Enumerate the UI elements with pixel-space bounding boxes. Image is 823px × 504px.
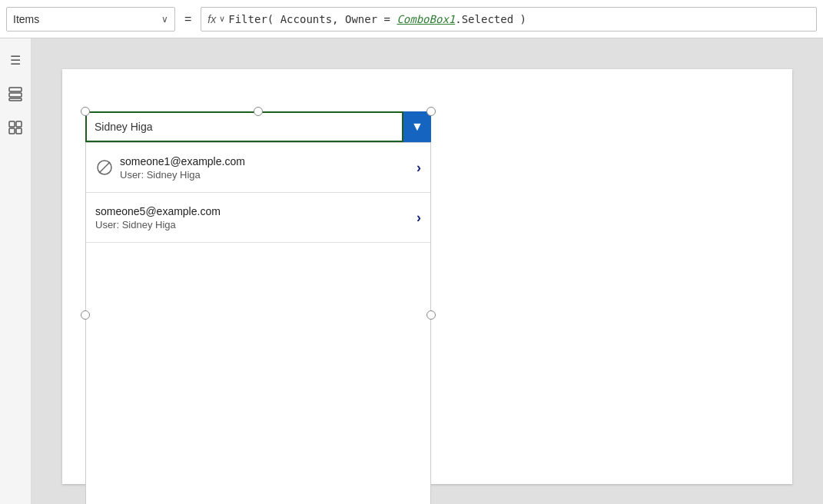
list-item-1-subtitle: User: Sidney Higa — [120, 169, 416, 181]
list-container: someone1@example.com User: Sidney Higa ›… — [85, 142, 431, 504]
formula-bar: fx ∨ Filter( Accounts, Owner = ComboBox1… — [201, 7, 817, 32]
svg-line-8 — [99, 162, 110, 173]
equals-sign: = — [181, 12, 194, 26]
combobox-dropdown-icon: ▼ — [411, 120, 423, 134]
formula-prefix: Filter( — [228, 13, 274, 25]
formula-highlight: ComboBox1 — [397, 13, 455, 25]
sidebar-hamburger-icon[interactable]: ☰ — [6, 51, 25, 69]
list-item-blocked-icon — [95, 158, 114, 177]
handle-top-right — [426, 107, 436, 116]
combobox-container[interactable]: ▼ — [85, 111, 431, 142]
handle-mid-left — [81, 310, 90, 320]
handle-top-center — [254, 107, 263, 116]
sidebar-dashboard-icon[interactable] — [6, 118, 25, 137]
fx-icon: fx — [207, 13, 216, 25]
gallery-widget[interactable]: ▼ someone1@example.com — [85, 111, 431, 504]
svg-rect-0 — [9, 88, 22, 91]
formula-args: Accounts, Owner = — [274, 13, 397, 25]
combobox-dropdown-button[interactable]: ▼ — [403, 111, 431, 142]
combobox-input[interactable] — [85, 111, 403, 142]
list-item-1-title: someone1@example.com — [120, 155, 416, 167]
items-dropdown-label: Items — [13, 13, 161, 25]
sidebar-layers-icon[interactable] — [6, 85, 25, 103]
formula-chevron-icon: ∨ — [219, 14, 225, 24]
svg-rect-4 — [16, 121, 22, 127]
items-dropdown[interactable]: Items ∨ — [6, 7, 175, 32]
main-area: ☰ — [0, 38, 823, 504]
svg-rect-3 — [9, 121, 15, 127]
list-item-2-content: someone5@example.com User: Sidney Higa — [95, 205, 416, 230]
sidebar: ☰ — [0, 38, 32, 504]
list-item-empty — [86, 243, 430, 504]
toolbar: Items ∨ = fx ∨ Filter( Accounts, Owner =… — [0, 0, 823, 38]
canvas-content: ▼ someone1@example.com — [62, 69, 792, 484]
handle-mid-right — [426, 310, 436, 320]
list-item-2-subtitle: User: Sidney Higa — [95, 219, 416, 230]
formula-suffix: .Selected ) — [455, 13, 526, 25]
list-item-1-content: someone1@example.com User: Sidney Higa — [120, 155, 416, 181]
formula-text: Filter( Accounts, Owner = ComboBox1.Sele… — [228, 13, 526, 25]
svg-rect-2 — [9, 98, 22, 101]
list-item-1-arrow-icon: › — [416, 160, 421, 176]
handle-top-left — [81, 107, 90, 116]
svg-rect-1 — [9, 93, 22, 97]
svg-rect-6 — [16, 128, 22, 134]
canvas-area: ▼ someone1@example.com — [32, 38, 823, 504]
list-item-2-title: someone5@example.com — [95, 205, 416, 217]
list-item[interactable]: someone1@example.com User: Sidney Higa › — [86, 143, 430, 193]
list-item-2-arrow-icon: › — [416, 210, 421, 226]
svg-rect-5 — [9, 128, 15, 134]
list-item[interactable]: someone5@example.com User: Sidney Higa › — [86, 193, 430, 243]
items-dropdown-chevron-icon: ∨ — [161, 14, 168, 25]
